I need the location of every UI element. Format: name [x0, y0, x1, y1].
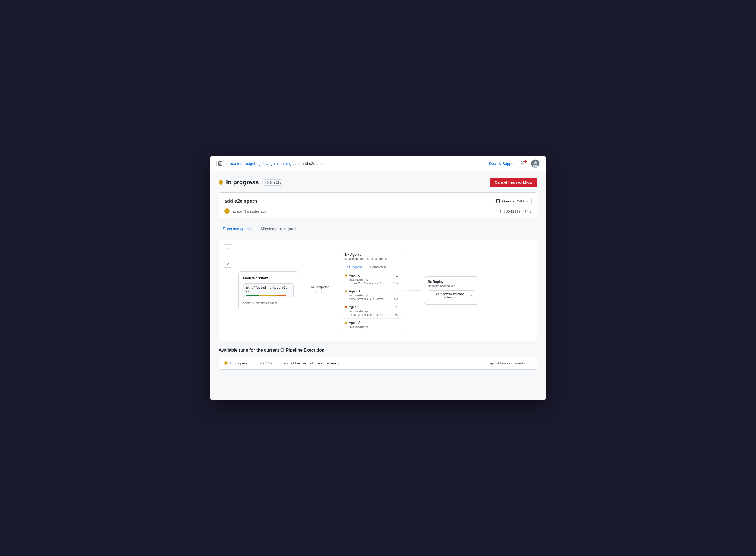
zoom-in-button[interactable]: +: [224, 245, 232, 252]
main-workflow-node: Main Workflow nx affected -t test e2e-ci…: [238, 272, 298, 310]
cache-link-button[interactable]: Learn how to increase cache hits ↗: [428, 290, 475, 301]
agent-1-count: 1: [396, 290, 398, 293]
agent-1-time: 48s: [393, 298, 398, 301]
agent-item-3[interactable]: Agent 3 1 linux-medium-js: [342, 319, 401, 331]
cache-link-label: Learn how to increase cache hits: [431, 292, 468, 299]
notification-icon[interactable]: [520, 160, 527, 167]
app-logo[interactable]: [217, 160, 224, 167]
github-button-label: Open on GitHub: [502, 199, 528, 203]
arrows-area: [313, 290, 327, 296]
agent-0-status-dot: [345, 275, 347, 277]
agent-0-task: demo-e2e:e2e:e2e-ci--src/example-30.s...: [349, 282, 387, 285]
agent-0-time: 50s: [393, 282, 398, 285]
tab-affected-graph[interactable]: Affected project graph: [256, 224, 302, 234]
run-status-dot: [224, 361, 228, 365]
status-label: In progress: [226, 179, 259, 186]
breadcrumb-sep-3: /: [298, 161, 300, 166]
run-tasks-icon: ◎: [490, 360, 494, 366]
header-actions: Docs & Support: [489, 159, 539, 168]
main-workflow-title: Main Workflow: [243, 276, 294, 280]
run-time: 2m 15s: [260, 361, 278, 365]
user-avatar[interactable]: [531, 159, 539, 168]
breadcrumb-repo[interactable]: angular-testing-...: [266, 162, 296, 166]
main-tabs: Runs and agents Affected project graph: [219, 224, 537, 234]
agent-3-count: 1: [396, 321, 398, 324]
agent-2-time: 8s: [395, 313, 398, 316]
run-tasks: ◎ 14 tasks on agents: [490, 360, 525, 366]
agent-1-row: Agent 1 1: [345, 289, 398, 293]
agent-0-type: linux-medium-js: [349, 278, 398, 281]
dashed-line-right: [327, 293, 337, 293]
agents-panel: Nx Agents 8 tasks in progress on 8 agent…: [342, 250, 401, 331]
available-runs-title: Available runs for the current CI Pipeli…: [219, 348, 537, 353]
status-bar: In progress 3m 28s Cancel this workflow: [219, 178, 537, 187]
connector-1-label: 14 Completed: [311, 285, 329, 288]
commit-header: add e2e specs Open on GitHub: [224, 197, 532, 205]
agents-title: Nx Agents: [345, 253, 398, 256]
agent-1-name: Agent 1: [349, 289, 360, 293]
bar-yellow: [259, 294, 277, 296]
agent-2-name: Agent 2: [349, 305, 360, 309]
curved-arrow: [314, 290, 325, 296]
available-runs-section: Available runs for the current CI Pipeli…: [219, 348, 537, 370]
workflow-nodes-area: Main Workflow nx affected -t test e2e-ci…: [223, 244, 533, 337]
author-name: jaysoo: [232, 209, 242, 213]
zoom-out-button[interactable]: −: [224, 252, 232, 260]
agent-item-0[interactable]: Agent 0 1 linux-medium-js demo-e2e:e2e:e…: [342, 272, 401, 287]
breadcrumb-current: add e2e specs: [302, 162, 327, 166]
agent-2-row: Agent 2 1: [345, 305, 398, 309]
open-github-button[interactable]: Open on GitHub: [492, 197, 532, 205]
connector-2: [401, 290, 424, 291]
workflow-canvas: + − ⤢ Main Workflow nx affected -t test …: [219, 240, 537, 341]
agents-tab-inprogress[interactable]: In Progress: [342, 263, 366, 272]
main-content: In progress 3m 28s Cancel this workflow …: [210, 171, 546, 376]
agent-1-task: demo-e2e:e2e:e2e-ci--src/example-16.s...: [349, 298, 387, 301]
agent-2-count: 1: [396, 306, 398, 309]
agent-item-1[interactable]: Agent 1 1 linux-medium-js demo-e2e:e2e:e…: [342, 287, 401, 303]
header: / roasted-hedgehog / angular-testing-...…: [210, 156, 546, 171]
agent-1-name-row: Agent 1: [345, 289, 360, 293]
clock-icon: [265, 181, 269, 184]
cancel-workflow-button[interactable]: Cancel this workflow: [490, 178, 537, 187]
commit-hash-area: f35411f9 1: [499, 209, 532, 213]
status-indicator: [219, 180, 223, 184]
commit-card: add e2e specs Open on GitHub jaysoo 3 mi…: [219, 193, 537, 218]
connector-2-line: [405, 290, 421, 291]
agent-0-row: Agent 0 1: [345, 274, 398, 277]
replay-panel: Nx Replay No tasks cached yet Learn how …: [424, 276, 479, 305]
dashed-line-left: [303, 293, 313, 293]
breadcrumb-org[interactable]: roasted-hedgehog: [230, 162, 261, 166]
agent-0-count: 1: [396, 274, 398, 277]
show-tasks-link[interactable]: Show 22 not started tasks: [243, 301, 277, 305]
status-left: In progress 3m 28s: [219, 179, 284, 186]
task-command: nx affected -t test e2e-ci: [243, 283, 294, 298]
agents-subtitle: 8 tasks in progress on 8 agents: [345, 257, 398, 260]
bar-orange: [277, 294, 286, 296]
notification-badge: [524, 160, 527, 163]
replay-title: Nx Replay: [428, 280, 475, 284]
commit-title: add e2e specs: [224, 198, 258, 204]
commit-meta: jaysoo 3 minutes ago f35411f9: [224, 208, 532, 214]
hash-icon: [499, 209, 502, 213]
agent-3-type: linux-medium-js: [349, 325, 398, 328]
breadcrumb-sep-1: /: [226, 161, 228, 166]
agent-3-status-dot: [345, 322, 347, 324]
fit-view-button[interactable]: ⤢: [224, 260, 232, 268]
agent-1-type: linux-medium-js: [349, 294, 398, 297]
external-link-icon: ↗: [469, 294, 472, 298]
author-avatar: [224, 208, 230, 214]
run-row[interactable]: In progress 2m 15s nx affected -t test e…: [219, 356, 537, 370]
agents-tabs: In Progress Completed: [342, 263, 401, 272]
branch-icon: [524, 209, 528, 213]
agents-tab-completed[interactable]: Completed: [366, 263, 389, 272]
commit-time: 3 minutes ago: [244, 209, 267, 213]
task-progress-bar: [246, 294, 291, 296]
agent-3-row: Agent 3 1: [345, 321, 398, 325]
agent-0-name: Agent 0: [349, 274, 360, 277]
docs-support-link[interactable]: Docs & Support: [489, 162, 516, 166]
run-command: nx affected -t test e2e-ci: [284, 361, 485, 365]
connector-1-line: [303, 290, 337, 296]
agent-item-2[interactable]: Agent 2 1 linux-medium-js demo-e2e:e2e:e…: [342, 303, 401, 319]
tab-runs-agents[interactable]: Runs and agents: [219, 224, 256, 234]
svg-point-2: [534, 162, 537, 164]
